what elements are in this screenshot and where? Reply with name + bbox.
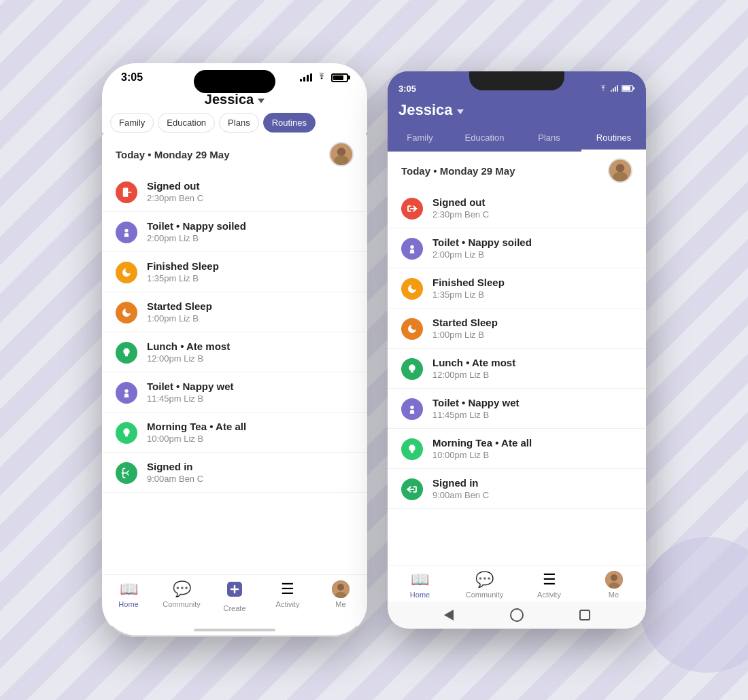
activity-title: Morning Tea • Ate all [432, 437, 632, 449]
morning-tea-icon [116, 422, 137, 444]
android-home-button[interactable] [509, 607, 525, 623]
chevron-down-icon [457, 109, 464, 114]
android-me-avatar [605, 571, 623, 589]
android-activity-morning-tea[interactable]: Morning Tea • Ate all 10:00pm Liz B [388, 429, 646, 469]
android-activity-started-sleep[interactable]: Started Sleep 1:00pm Liz B [388, 309, 646, 349]
android-nav-item-community[interactable]: 💬 Community [452, 571, 517, 599]
activity-meta: 2:30pm Ben C [432, 209, 632, 220]
activity-item-lunch[interactable]: Lunch • Ate most 12:00pm Liz B [102, 332, 367, 372]
android-system-nav [388, 601, 646, 629]
android-avatar[interactable] [608, 158, 632, 183]
android-username: Jessica [398, 101, 453, 119]
android-date-header: Today • Monday 29 May [388, 152, 646, 188]
android-activity-icon: ☰ [543, 571, 556, 589]
svg-point-4 [124, 229, 128, 232]
tab-routines[interactable]: Routines [263, 113, 316, 133]
svg-rect-16 [633, 87, 635, 89]
community-icon: 💬 [173, 580, 191, 598]
activity-meta: 10:00pm Liz B [432, 450, 632, 460]
android-signed-out-content: Signed out 2:30pm Ben C [432, 196, 632, 220]
android-activity-finished-sleep[interactable]: Finished Sleep 1:35pm Liz B [388, 268, 646, 309]
android-activity-lunch[interactable]: Lunch • Ate most 12:00pm Liz B [388, 349, 646, 389]
nav-label-me: Me [335, 600, 345, 608]
activity-list: Signed out 2:30pm Ben C Toilet • Nappy s… [102, 172, 367, 574]
android-nav-label-activity: Activity [537, 591, 561, 599]
activity-title: Toilet • Nappy wet [147, 381, 354, 392]
dynamic-island [194, 70, 275, 93]
nav-label-activity: Activity [276, 600, 300, 608]
activity-meta: 12:00pm Liz B [147, 353, 354, 364]
android-tabs: Family Education Plans Routines [388, 126, 646, 152]
android-user-title[interactable]: Jessica [398, 101, 464, 119]
nav-label-community: Community [163, 600, 201, 608]
ios-username: Jessica [205, 92, 254, 107]
started-sleep-icon [116, 302, 137, 323]
svg-point-8 [337, 584, 344, 591]
activity-meta: 1:35pm Liz B [147, 273, 354, 283]
nav-item-me[interactable]: Me [314, 580, 367, 612]
android-activity-toilet-soiled[interactable]: Toilet • Nappy soiled 2:00pm Liz B [388, 228, 646, 268]
android-title-row: Jessica [398, 97, 635, 126]
android-toilet-soiled-content: Toilet • Nappy soiled 2:00pm Liz B [432, 237, 632, 260]
activity-item-toilet-wet[interactable]: Toilet • Nappy wet 11:45pm Liz B [102, 372, 367, 413]
android-lunch-content: Lunch • Ate most 12:00pm Liz B [432, 357, 632, 380]
android-tab-education[interactable]: Education [452, 126, 517, 152]
ios-tabs: Family Education Plans Routines [102, 113, 367, 133]
home-icon: 📖 [120, 580, 138, 598]
android-content: Today • Monday 29 May Signed out 2:30pm [388, 152, 646, 565]
nav-label-create: Create [223, 604, 245, 612]
nav-item-community[interactable]: 💬 Community [155, 580, 208, 612]
android-finished-sleep-content: Finished Sleep 1:35pm Liz B [432, 277, 632, 300]
chevron-down-icon [258, 99, 265, 103]
android-phone: 3:05 [388, 71, 646, 629]
android-finished-sleep-icon [401, 278, 423, 300]
lunch-content: Lunch • Ate most 12:00pm Liz B [147, 340, 354, 364]
nav-item-activity[interactable]: ☰ Activity [261, 580, 314, 612]
android-signal-icon [611, 84, 619, 92]
activity-meta: 11:45pm Liz B [147, 393, 354, 404]
activity-meta: 9:00am Ben C [432, 490, 632, 500]
android-activity-signed-in[interactable]: Signed in 9:00am Ben C [388, 469, 646, 509]
activity-title: Morning Tea • Ate all [147, 421, 354, 432]
nav-item-create[interactable]: Create [208, 580, 261, 612]
tab-family[interactable]: Family [110, 113, 154, 133]
svg-point-23 [611, 574, 617, 581]
android-nav-label-community: Community [466, 591, 504, 599]
android-nav-item-activity[interactable]: ☰ Activity [517, 571, 581, 599]
signed-out-content: Signed out 2:30pm Ben C [147, 180, 354, 203]
svg-point-19 [613, 172, 627, 181]
activity-item-finished-sleep[interactable]: Finished Sleep 1:35pm Liz B [102, 252, 367, 292]
android-nav-item-me[interactable]: Me [581, 571, 646, 599]
activity-item-signed-in[interactable]: Signed in 9:00am Ben C [102, 453, 367, 493]
activity-title: Toilet • Nappy soiled [147, 220, 354, 232]
svg-rect-12 [615, 87, 616, 92]
android-home-icon: 📖 [411, 571, 429, 589]
activity-item-started-sleep[interactable]: Started Sleep 1:00pm Liz B [102, 292, 367, 332]
nav-label-home: Home [118, 600, 138, 608]
tab-education[interactable]: Education [158, 113, 215, 133]
android-activity-signed-out[interactable]: Signed out 2:30pm Ben C [388, 188, 646, 228]
android-tab-family[interactable]: Family [388, 126, 452, 152]
android-tab-routines[interactable]: Routines [581, 126, 646, 152]
activity-title: Started Sleep [432, 317, 632, 328]
activity-item-morning-tea[interactable]: Morning Tea • Ate all 10:00pm Liz B [102, 413, 367, 453]
android-nav-item-home[interactable]: 📖 Home [388, 571, 452, 599]
avatar[interactable] [329, 142, 354, 167]
date-text: Today • Monday 29 May [116, 149, 230, 160]
signed-out-icon [116, 181, 137, 203]
toilet-wet-icon [116, 382, 137, 404]
activity-item-signed-out[interactable]: Signed out 2:30pm Ben C [102, 172, 367, 212]
activity-title: Signed in [147, 461, 354, 472]
android-back-button[interactable] [441, 607, 457, 623]
tab-plans[interactable]: Plans [219, 113, 259, 133]
android-nav-label-home: Home [410, 591, 430, 599]
activity-item-toilet-soiled[interactable]: Toilet • Nappy soiled 2:00pm Liz B [102, 212, 367, 252]
svg-point-18 [616, 164, 624, 172]
signed-in-content: Signed in 9:00am Ben C [147, 461, 354, 484]
android-activity-toilet-wet[interactable]: Toilet • Nappy wet 11:45pm Liz B [388, 389, 646, 429]
android-tab-plans[interactable]: Plans [517, 126, 581, 152]
android-status-icons [598, 84, 635, 92]
android-recents-button[interactable] [577, 607, 593, 623]
ios-user-title[interactable]: Jessica [205, 92, 265, 107]
nav-item-home[interactable]: 📖 Home [102, 580, 155, 612]
